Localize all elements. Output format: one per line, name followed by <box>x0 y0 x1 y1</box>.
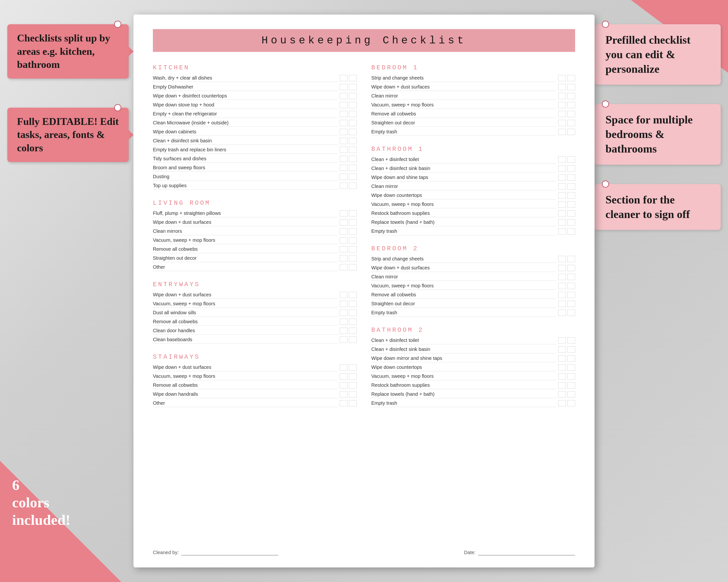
checkbox[interactable] <box>340 147 347 153</box>
checkbox[interactable] <box>567 391 575 397</box>
checkbox[interactable] <box>567 210 575 217</box>
checkbox[interactable] <box>340 364 347 370</box>
checkbox[interactable] <box>340 373 347 380</box>
checkbox[interactable] <box>340 183 347 189</box>
checkbox[interactable] <box>349 138 357 144</box>
checkbox[interactable] <box>567 219 575 225</box>
checkbox[interactable] <box>558 337 566 343</box>
checkbox[interactable] <box>349 75 357 81</box>
checkbox[interactable] <box>558 111 566 117</box>
checkbox[interactable] <box>340 391 347 397</box>
checkbox[interactable] <box>340 210 347 217</box>
checkbox[interactable] <box>340 102 347 108</box>
checkbox[interactable] <box>567 364 575 370</box>
checkbox[interactable] <box>558 382 566 388</box>
checkbox[interactable] <box>567 382 575 388</box>
checkbox[interactable] <box>340 129 347 135</box>
checkbox[interactable] <box>340 93 347 99</box>
checkbox[interactable] <box>558 292 566 298</box>
checkbox[interactable] <box>340 255 347 261</box>
checkbox[interactable] <box>567 201 575 207</box>
checkbox[interactable] <box>558 201 566 207</box>
checkbox[interactable] <box>567 301 575 307</box>
checkbox[interactable] <box>340 292 347 298</box>
checkbox[interactable] <box>340 264 347 270</box>
checkbox[interactable] <box>558 355 566 362</box>
checkbox[interactable] <box>349 391 357 397</box>
checkbox[interactable] <box>567 111 575 117</box>
checkbox[interactable] <box>558 301 566 307</box>
checkbox[interactable] <box>567 256 575 262</box>
checkbox[interactable] <box>349 382 357 388</box>
checkbox[interactable] <box>349 337 357 343</box>
checkbox[interactable] <box>349 165 357 171</box>
checkbox[interactable] <box>340 228 347 234</box>
checkbox[interactable] <box>340 328 347 334</box>
checkbox[interactable] <box>558 102 566 108</box>
checkbox[interactable] <box>349 310 357 316</box>
checkbox[interactable] <box>349 246 357 252</box>
checkbox[interactable] <box>558 165 566 172</box>
checkbox[interactable] <box>340 174 347 180</box>
checkbox[interactable] <box>558 75 566 81</box>
checkbox[interactable] <box>558 129 566 135</box>
checkbox[interactable] <box>340 156 347 162</box>
checkbox[interactable] <box>349 264 357 270</box>
checkbox[interactable] <box>567 102 575 108</box>
checkbox[interactable] <box>567 174 575 181</box>
checkbox[interactable] <box>558 346 566 353</box>
checkbox[interactable] <box>567 346 575 353</box>
checkbox[interactable] <box>558 274 566 280</box>
checkbox[interactable] <box>558 192 566 199</box>
checkbox[interactable] <box>349 364 357 370</box>
checkbox[interactable] <box>567 93 575 99</box>
checkbox[interactable] <box>349 301 357 307</box>
cleaned-by-line[interactable] <box>181 550 278 555</box>
checkbox[interactable] <box>349 228 357 234</box>
checkbox[interactable] <box>349 120 357 126</box>
checkbox[interactable] <box>567 84 575 90</box>
checkbox[interactable] <box>567 274 575 280</box>
checkbox[interactable] <box>340 382 347 388</box>
checkbox[interactable] <box>340 310 347 316</box>
checkbox[interactable] <box>349 292 357 298</box>
checkbox[interactable] <box>558 210 566 217</box>
checkbox[interactable] <box>567 355 575 362</box>
checkbox[interactable] <box>340 337 347 343</box>
checkbox[interactable] <box>349 129 357 135</box>
checkbox[interactable] <box>340 84 347 90</box>
checkbox[interactable] <box>340 246 347 252</box>
checkbox[interactable] <box>558 93 566 99</box>
checkbox[interactable] <box>340 75 347 81</box>
checkbox[interactable] <box>349 111 357 117</box>
checkbox[interactable] <box>567 373 575 380</box>
checkbox[interactable] <box>567 283 575 289</box>
checkbox[interactable] <box>340 138 347 144</box>
checkbox[interactable] <box>349 147 357 153</box>
checkbox[interactable] <box>558 157 566 163</box>
checkbox[interactable] <box>558 120 566 126</box>
checkbox[interactable] <box>567 265 575 271</box>
checkbox[interactable] <box>349 174 357 180</box>
date-line[interactable] <box>478 550 575 555</box>
checkbox[interactable] <box>567 75 575 81</box>
checkbox[interactable] <box>340 237 347 244</box>
checkbox[interactable] <box>558 183 566 190</box>
checkbox[interactable] <box>558 391 566 397</box>
checkbox[interactable] <box>340 165 347 171</box>
checkbox[interactable] <box>567 400 575 407</box>
checkbox[interactable] <box>340 400 347 407</box>
checkbox[interactable] <box>349 318 357 325</box>
checkbox[interactable] <box>349 373 357 380</box>
checkbox[interactable] <box>567 165 575 172</box>
checkbox[interactable] <box>567 157 575 163</box>
checkbox[interactable] <box>567 192 575 199</box>
checkbox[interactable] <box>558 84 566 90</box>
checkbox[interactable] <box>558 265 566 271</box>
checkbox[interactable] <box>558 228 566 234</box>
checkbox[interactable] <box>558 283 566 289</box>
checkbox[interactable] <box>349 328 357 334</box>
checkbox[interactable] <box>558 400 566 407</box>
checkbox[interactable] <box>558 310 566 316</box>
checkbox[interactable] <box>340 318 347 325</box>
